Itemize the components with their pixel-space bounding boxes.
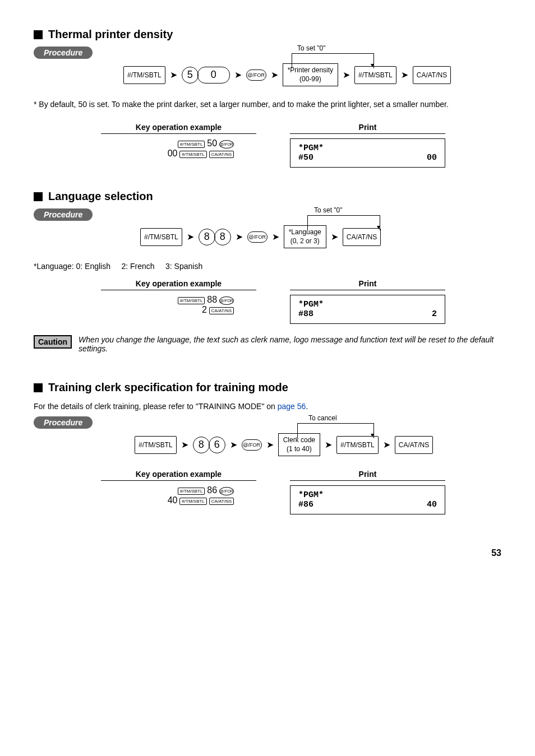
param-bot: (0, 2 or 3) (290, 237, 320, 245)
mini-tmsbtl: #/TM/SBTL (179, 151, 206, 158)
tmsbtl-key: #/TM/SBTL (354, 66, 396, 84)
heading-training: Training clerk specification for trainin… (48, 381, 288, 394)
mini-caatns: CA/AT/NS (209, 151, 234, 158)
example-row-3: Key operation example #/TM/SBTL 86 @/FOR… (101, 470, 445, 514)
procedure-label: Procedure (34, 208, 93, 221)
caution-label: Caution (34, 335, 72, 349)
print-box-2: *PGM* #88 2 (290, 295, 445, 324)
digit-6-key: 6 (209, 437, 225, 453)
param-top: *Printer density (288, 66, 333, 74)
procedure-label: Procedure (34, 416, 93, 429)
print-header: Print (290, 123, 445, 134)
arrow-icon: ➤ (326, 231, 343, 242)
key-op-header: Key operation example (101, 279, 256, 290)
num-00: 00 (168, 149, 178, 158)
param-top: *Language (289, 228, 321, 236)
num-86: 86 (207, 485, 217, 495)
key-ops-2: #/TM/SBTL 88 @/FOR 2 CA/AT/NS (101, 295, 256, 315)
section-title-2: Language selection (34, 190, 501, 203)
example-row-2: Key operation example #/TM/SBTL 88 @/FOR… (101, 279, 445, 324)
mini-tmsbtl: #/TM/SBTL (179, 498, 206, 505)
print-line2: #88 (298, 309, 313, 319)
print-box-3: *PGM* #86 40 (290, 485, 445, 514)
section-title-1: Thermal printer density (34, 28, 501, 41)
heading-thermal: Thermal printer density (48, 28, 173, 41)
mini-tmsbtl: #/TM/SBTL (178, 141, 205, 148)
caution-block: Caution When you change the language, th… (34, 335, 501, 353)
key-ops-1: #/TM/SBTL 50 @/FOR 00 #/TM/SBTL CA/AT/NS (101, 138, 256, 159)
mini-atfor: @/FOR (219, 296, 234, 305)
arrow-icon: ➤ (225, 439, 242, 450)
digit-8-key: 8 (214, 229, 231, 245)
tmsbtl-key: #/TM/SBTL (336, 436, 379, 454)
toset-label: To set "0" (314, 206, 343, 214)
example-row-1: Key operation example #/TM/SBTL 50 @/FOR… (101, 123, 445, 168)
arrow-icon: ➤ (231, 231, 247, 242)
print-box-1: *PGM* #50 00 (290, 138, 445, 168)
num-50: 50 (207, 138, 217, 148)
param-bot: (1 to 40) (287, 445, 312, 453)
print-val: 2 (432, 309, 437, 319)
flow-thermal: Procedure To set "0" ▾ #/TM/SBTL ➤ 5 0 ➤… (34, 47, 501, 91)
print-line1: *PGM* (298, 490, 324, 500)
digit-8-key: 8 (199, 229, 215, 245)
arrow-icon: ➤ (268, 231, 284, 242)
page-56-link[interactable]: page 56 (278, 402, 306, 411)
intro-post: . (306, 402, 308, 411)
tmsbtl-key: #/TM/SBTL (140, 228, 182, 246)
arrow-icon: ➤ (338, 69, 354, 80)
intro-training: For the details of clerk training, pleas… (34, 402, 501, 411)
mini-caatns: CA/AT/NS (209, 498, 234, 505)
arrow-icon: ➤ (230, 69, 246, 80)
print-line2: #86 (298, 500, 313, 509)
print-val: 00 (427, 153, 437, 163)
flow-language: Procedure To set "0" ▾ #/TM/SBTL ➤ 8 8 ➤… (34, 208, 501, 253)
caatns-key: CA/AT/NS (413, 66, 451, 84)
language-legend: *Language: 0: English 2: French 3: Spani… (34, 262, 501, 271)
arrow-icon: ➤ (320, 439, 336, 450)
tmsbtl-key: #/TM/SBTL (135, 436, 177, 454)
mini-atfor: @/FOR (219, 487, 234, 495)
flow-training: Procedure To cancel ▾ #/TM/SBTL ➤ 8 6 ➤ … (34, 416, 501, 461)
key-op-header: Key operation example (101, 123, 256, 134)
print-header: Print (290, 279, 445, 290)
caution-text: When you change the language, the text s… (79, 335, 501, 353)
arrow-icon: ➤ (177, 439, 193, 450)
num-88: 88 (207, 295, 217, 304)
atfor-key: @/FOR (247, 231, 268, 243)
caatns-key: CA/AT/NS (343, 228, 381, 246)
mini-tmsbtl: #/TM/SBTL (178, 488, 205, 495)
page-number: 53 (34, 548, 501, 558)
mini-tmsbtl: #/TM/SBTL (178, 297, 205, 304)
atfor-key: @/FOR (242, 439, 262, 451)
param-language: *Language (0, 2 or 3) (284, 225, 326, 248)
arrow-icon: ➤ (396, 69, 413, 80)
bullet-square (34, 192, 43, 201)
arrow-icon: ➤ (165, 69, 182, 80)
arrow-icon: ➤ (379, 439, 395, 450)
param-top: Clerk code (283, 436, 315, 444)
print-line2: #50 (298, 153, 313, 163)
key-ops-3: #/TM/SBTL 86 @/FOR 40 #/TM/SBTL CA/AT/NS (101, 485, 256, 505)
bullet-square (34, 30, 43, 39)
param-printer-density: *Printer density (00-99) (283, 63, 338, 86)
atfor-key: @/FOR (246, 69, 266, 81)
print-val: 40 (427, 500, 437, 509)
toset-label: To set "0" (297, 44, 326, 52)
arrow-icon: ➤ (262, 439, 278, 450)
key-op-header: Key operation example (101, 470, 256, 481)
print-header: Print (290, 470, 445, 481)
bullet-square (34, 383, 43, 392)
mini-atfor: @/FOR (219, 140, 234, 149)
print-line1: *PGM* (298, 300, 324, 309)
procedure-label: Procedure (34, 47, 93, 59)
num-2: 2 (202, 305, 207, 314)
digit-0-key: 0 (197, 67, 230, 84)
section-title-3: Training clerk specification for trainin… (34, 381, 501, 394)
digit-8-key: 8 (193, 437, 210, 453)
mini-caatns: CA/AT/NS (209, 307, 234, 314)
heading-language: Language selection (48, 190, 153, 203)
digit-5-key: 5 (182, 67, 199, 84)
intro-pre: For the details of clerk training, pleas… (34, 402, 278, 411)
print-line1: *PGM* (298, 143, 324, 153)
